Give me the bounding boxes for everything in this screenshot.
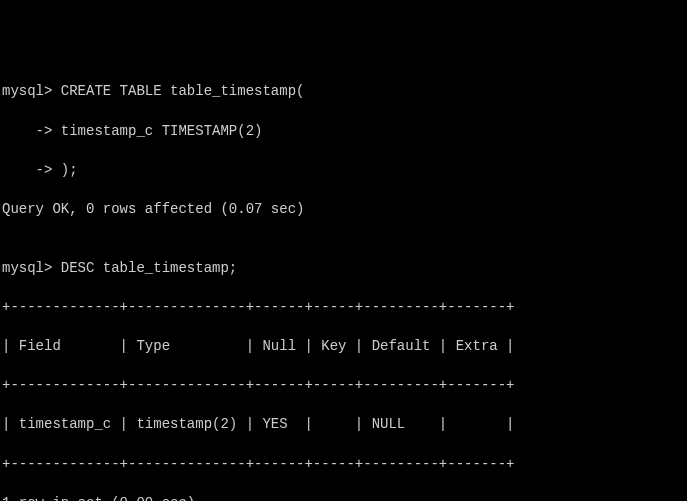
- table-data-row: | timestamp_c | timestamp(2) | YES | | N…: [0, 415, 687, 435]
- terminal-line: Query OK, 0 rows affected (0.07 sec): [0, 200, 687, 220]
- table-border: +-------------+--------------+------+---…: [0, 376, 687, 396]
- terminal-line: -> timestamp_c TIMESTAMP(2): [0, 122, 687, 142]
- table-header-row: | Field | Type | Null | Key | Default | …: [0, 337, 687, 357]
- table-border: +-------------+--------------+------+---…: [0, 298, 687, 318]
- terminal-line: 1 row in set (0.00 sec): [0, 494, 687, 501]
- terminal-line: mysql> CREATE TABLE table_timestamp(: [0, 82, 687, 102]
- terminal-line: mysql> DESC table_timestamp;: [0, 259, 687, 279]
- terminal-line: -> );: [0, 161, 687, 181]
- table-border: +-------------+--------------+------+---…: [0, 455, 687, 475]
